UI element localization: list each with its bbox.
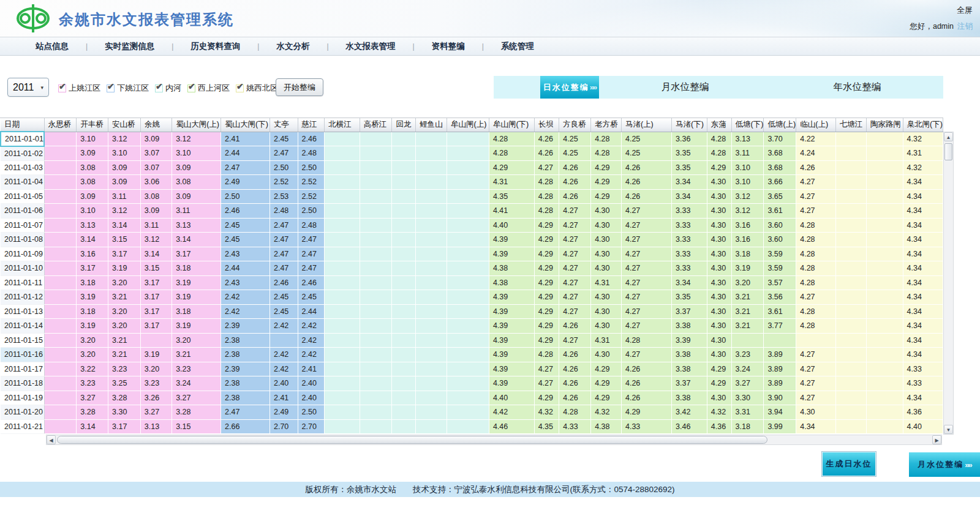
value-cell[interactable]: 2.46 bbox=[270, 275, 298, 290]
nav-item-2[interactable]: 实时监测信息 bbox=[88, 41, 172, 52]
value-cell[interactable]: 4.39 bbox=[489, 333, 534, 348]
value-cell[interactable]: 3.08 bbox=[172, 175, 221, 190]
value-cell[interactable]: 3.10 bbox=[731, 160, 764, 175]
date-cell[interactable]: 2011-01-05 bbox=[1, 189, 44, 204]
value-cell[interactable]: 3.28 bbox=[108, 391, 141, 405]
value-cell[interactable]: 4.30 bbox=[707, 391, 731, 405]
value-cell[interactable] bbox=[835, 146, 866, 161]
value-cell[interactable]: 3.12 bbox=[108, 204, 141, 219]
value-cell[interactable] bbox=[44, 146, 77, 161]
value-cell[interactable]: 3.15 bbox=[172, 419, 221, 434]
value-cell[interactable]: 4.27 bbox=[621, 275, 671, 290]
value-cell[interactable] bbox=[325, 333, 360, 348]
value-cell[interactable]: 4.29 bbox=[534, 391, 559, 405]
value-cell[interactable]: 4.26 bbox=[621, 362, 671, 376]
value-cell[interactable] bbox=[866, 218, 903, 233]
value-cell[interactable] bbox=[360, 146, 392, 161]
value-cell[interactable]: 2.52 bbox=[270, 175, 298, 190]
value-cell[interactable] bbox=[360, 348, 392, 362]
value-cell[interactable] bbox=[866, 391, 903, 405]
value-cell[interactable]: 4.27 bbox=[559, 304, 591, 319]
value-cell[interactable]: 4.28 bbox=[489, 146, 534, 161]
value-cell[interactable]: 3.10 bbox=[731, 175, 764, 190]
value-cell[interactable]: 4.27 bbox=[559, 233, 591, 247]
value-cell[interactable]: 4.27 bbox=[796, 362, 836, 376]
value-cell[interactable]: 4.34 bbox=[903, 233, 943, 247]
value-cell[interactable]: 4.29 bbox=[591, 391, 622, 405]
value-cell[interactable] bbox=[416, 261, 447, 276]
region-checkbox-1[interactable]: ✔上姚江区 bbox=[58, 83, 103, 94]
value-cell[interactable]: 2.45 bbox=[270, 290, 298, 305]
value-cell[interactable]: 3.18 bbox=[731, 247, 764, 261]
value-cell[interactable] bbox=[392, 146, 416, 161]
value-cell[interactable]: 4.27 bbox=[796, 204, 836, 219]
value-cell[interactable] bbox=[866, 376, 903, 391]
value-cell[interactable]: 2.41 bbox=[298, 362, 325, 376]
value-cell[interactable] bbox=[44, 319, 77, 334]
value-cell[interactable] bbox=[416, 362, 447, 376]
date-cell[interactable]: 2011-01-20 bbox=[1, 405, 44, 420]
date-cell[interactable]: 2011-01-19 bbox=[1, 391, 44, 405]
value-cell[interactable]: 3.18 bbox=[77, 304, 108, 319]
value-cell[interactable] bbox=[44, 218, 77, 233]
value-cell[interactable]: 3.57 bbox=[764, 275, 796, 290]
nav-item-5[interactable]: 水文报表管理 bbox=[329, 41, 413, 52]
value-cell[interactable]: 4.26 bbox=[621, 175, 671, 190]
value-cell[interactable]: 3.11 bbox=[172, 204, 221, 219]
value-cell[interactable]: 3.33 bbox=[672, 233, 707, 247]
value-cell[interactable]: 3.68 bbox=[764, 146, 796, 161]
value-cell[interactable] bbox=[866, 233, 903, 247]
value-cell[interactable] bbox=[866, 146, 903, 161]
value-cell[interactable] bbox=[764, 333, 796, 348]
region-checkbox-4[interactable]: ✔西上河区 bbox=[187, 83, 232, 94]
value-cell[interactable]: 4.34 bbox=[903, 391, 943, 405]
value-cell[interactable]: 4.31 bbox=[903, 146, 943, 161]
value-cell[interactable]: 3.34 bbox=[672, 275, 707, 290]
value-cell[interactable]: 2.42 bbox=[298, 348, 325, 362]
value-cell[interactable]: 4.39 bbox=[489, 319, 534, 334]
value-cell[interactable]: 3.16 bbox=[731, 233, 764, 247]
value-cell[interactable]: 4.27 bbox=[796, 391, 836, 405]
checkbox-box[interactable]: ✔ bbox=[107, 84, 115, 92]
value-cell[interactable]: 4.28 bbox=[534, 204, 559, 219]
date-cell[interactable]: 2011-01-21 bbox=[1, 419, 44, 434]
value-cell[interactable] bbox=[392, 319, 416, 334]
value-cell[interactable]: 3.68 bbox=[764, 160, 796, 175]
value-cell[interactable]: 4.29 bbox=[591, 160, 622, 175]
value-cell[interactable] bbox=[866, 304, 903, 319]
value-cell[interactable]: 4.33 bbox=[621, 419, 671, 434]
value-cell[interactable]: 4.40 bbox=[903, 419, 943, 434]
value-cell[interactable]: 4.27 bbox=[621, 348, 671, 362]
value-cell[interactable]: 3.21 bbox=[108, 348, 141, 362]
value-cell[interactable]: 3.07 bbox=[140, 160, 172, 175]
value-cell[interactable]: 2.47 bbox=[298, 233, 325, 247]
value-cell[interactable]: 4.38 bbox=[489, 275, 534, 290]
value-cell[interactable] bbox=[835, 247, 866, 261]
value-cell[interactable] bbox=[392, 175, 416, 190]
value-cell[interactable]: 2.38 bbox=[221, 391, 270, 405]
value-cell[interactable]: 3.17 bbox=[140, 290, 172, 305]
value-cell[interactable]: 3.33 bbox=[672, 204, 707, 219]
value-cell[interactable] bbox=[866, 319, 903, 334]
value-cell[interactable]: 3.35 bbox=[672, 160, 707, 175]
value-cell[interactable]: 4.39 bbox=[489, 348, 534, 362]
value-cell[interactable] bbox=[44, 175, 77, 190]
value-cell[interactable] bbox=[835, 132, 866, 146]
value-cell[interactable]: 3.19 bbox=[77, 290, 108, 305]
value-cell[interactable]: 4.27 bbox=[621, 204, 671, 219]
value-cell[interactable] bbox=[360, 376, 392, 391]
value-cell[interactable]: 2.42 bbox=[298, 319, 325, 334]
value-cell[interactable] bbox=[360, 132, 392, 146]
value-cell[interactable]: 4.27 bbox=[559, 247, 591, 261]
value-cell[interactable]: 4.34 bbox=[903, 261, 943, 276]
value-cell[interactable] bbox=[416, 333, 447, 348]
value-cell[interactable]: 4.33 bbox=[903, 362, 943, 376]
value-cell[interactable]: 3.19 bbox=[172, 275, 221, 290]
value-cell[interactable] bbox=[447, 333, 489, 348]
value-cell[interactable]: 3.08 bbox=[77, 175, 108, 190]
value-cell[interactable] bbox=[866, 362, 903, 376]
value-cell[interactable] bbox=[416, 405, 447, 420]
value-cell[interactable]: 4.35 bbox=[534, 419, 559, 434]
value-cell[interactable]: 4.39 bbox=[489, 304, 534, 319]
value-cell[interactable]: 4.30 bbox=[707, 204, 731, 219]
